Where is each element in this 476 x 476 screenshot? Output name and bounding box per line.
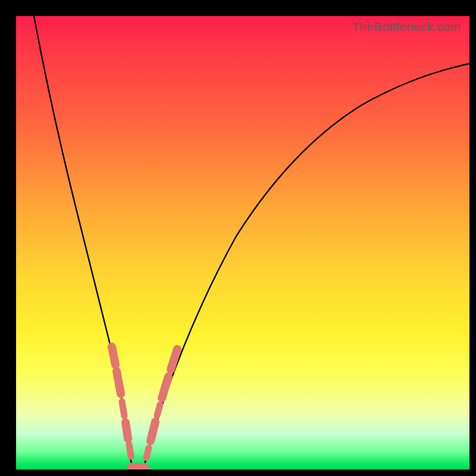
marker-cluster-left: [129, 444, 131, 456]
marker-cluster-left: [112, 347, 115, 365]
curve-overlay: [16, 16, 469, 469]
marker-cluster-right: [151, 422, 155, 441]
chart-frame: TheBottleneck.com: [0, 0, 476, 476]
marker-cluster-left: [117, 371, 121, 394]
marker-cluster-left: [122, 402, 124, 416]
marker-cluster-right: [162, 377, 168, 398]
marker-cluster-left: [126, 422, 128, 439]
bottleneck-curve: [34, 16, 469, 468]
plot-area: TheBottleneck.com: [16, 16, 469, 469]
marker-cluster-right: [146, 448, 149, 458]
marker-cluster-right: [157, 405, 160, 415]
